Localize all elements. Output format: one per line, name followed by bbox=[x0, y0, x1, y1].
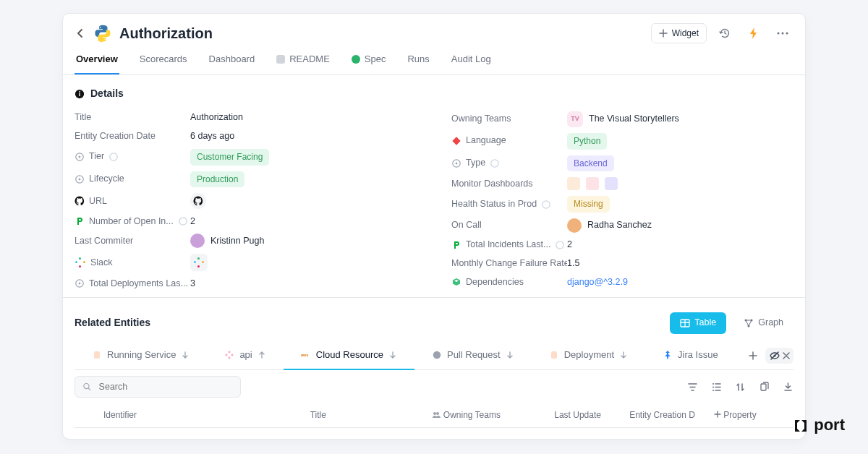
svg-rect-19 bbox=[197, 265, 200, 267]
language-badge: Python bbox=[567, 133, 607, 150]
row-identifier[interactable]: arn:aws:s3:::authorization-bucket bbox=[103, 438, 310, 440]
type-badge: Backend bbox=[567, 155, 614, 172]
tab-runs[interactable]: Runs bbox=[406, 46, 430, 74]
svg-rect-4 bbox=[79, 93, 80, 96]
grafana-icon[interactable] bbox=[567, 177, 580, 190]
help-icon bbox=[109, 152, 119, 162]
health-label: Health Status in Prod bbox=[451, 198, 567, 211]
avatar bbox=[567, 218, 582, 233]
download-icon[interactable] bbox=[783, 382, 793, 393]
created-label: Entity Creation Date bbox=[75, 130, 190, 143]
datadog-icon[interactable] bbox=[605, 177, 618, 190]
enttab-api[interactable]: api bbox=[207, 343, 283, 369]
plus-icon bbox=[659, 29, 668, 38]
svg-point-34 bbox=[433, 351, 441, 359]
diamond-icon bbox=[451, 136, 461, 146]
svg-point-38 bbox=[712, 383, 714, 385]
table-icon bbox=[680, 318, 690, 328]
tier-label: Tier bbox=[75, 150, 190, 163]
back-button[interactable] bbox=[75, 27, 86, 39]
title-value: Authorization bbox=[190, 111, 417, 124]
github-icon bbox=[75, 196, 85, 206]
col-update[interactable]: Last Update bbox=[554, 409, 629, 421]
add-widget-button[interactable]: Widget bbox=[651, 23, 707, 44]
port-wordmark: port bbox=[793, 414, 845, 437]
view-graph-button[interactable]: Graph bbox=[733, 312, 793, 334]
svg-point-26 bbox=[542, 201, 550, 208]
add-tab-button[interactable] bbox=[745, 348, 761, 364]
url-value[interactable] bbox=[190, 193, 206, 209]
service-icon bbox=[92, 350, 102, 360]
health-badge: Missing bbox=[567, 196, 610, 213]
filter-icon[interactable] bbox=[687, 382, 698, 393]
help-icon bbox=[178, 216, 188, 226]
row-title[interactable]: Authorization S3 Bucket bbox=[310, 438, 433, 440]
col-property[interactable]: Property bbox=[714, 409, 793, 421]
tab-spec[interactable]: Spec bbox=[350, 46, 388, 74]
enttab-running-service[interactable]: Running Service bbox=[75, 343, 207, 369]
monitors-value bbox=[567, 177, 793, 190]
svg-point-24 bbox=[456, 163, 458, 165]
port-logo-icon bbox=[793, 418, 809, 434]
slack-value[interactable] bbox=[190, 254, 208, 271]
col-identifier[interactable]: Identifier bbox=[103, 409, 310, 421]
last-committer-value: Kristinn Pugh bbox=[210, 235, 264, 248]
tab-dashboard[interactable]: Dashboard bbox=[208, 46, 257, 74]
url-label: URL bbox=[75, 195, 190, 208]
enttab-cloud-resource[interactable]: aws Cloud Resource bbox=[284, 343, 414, 370]
help-icon bbox=[490, 158, 500, 168]
history-button[interactable] bbox=[714, 22, 736, 44]
deps-link[interactable]: django@^3.2.9 bbox=[567, 276, 628, 289]
svg-point-43 bbox=[436, 412, 439, 415]
svg-point-27 bbox=[556, 241, 563, 249]
title-label: Title bbox=[75, 111, 190, 124]
sort-icon[interactable] bbox=[735, 382, 746, 393]
svg-rect-35 bbox=[551, 351, 557, 359]
svg-rect-16 bbox=[194, 261, 196, 263]
type-label: Type bbox=[451, 157, 567, 170]
arrow-down-icon bbox=[181, 351, 190, 359]
tab-readme[interactable]: README bbox=[275, 46, 331, 74]
tab-overview[interactable]: Overview bbox=[75, 46, 119, 74]
prometheus-icon[interactable] bbox=[586, 177, 599, 190]
eye-off-icon bbox=[769, 350, 780, 361]
col-teams[interactable]: Owning Teams bbox=[432, 409, 554, 421]
copy-icon[interactable] bbox=[759, 382, 770, 393]
open-incidents-value: 2 bbox=[190, 215, 417, 228]
list-icon[interactable] bbox=[711, 382, 722, 393]
svg-point-2 bbox=[786, 33, 788, 35]
page-title: Authorization bbox=[119, 23, 213, 43]
tab-auditlog[interactable]: Audit Log bbox=[450, 46, 493, 74]
row-created: 6 days ago bbox=[629, 438, 714, 440]
enttab-jira[interactable]: Jira Issue bbox=[645, 343, 736, 369]
actions-button[interactable] bbox=[743, 22, 765, 44]
bullet-icon bbox=[75, 278, 85, 288]
enttab-deployment[interactable]: Deployment bbox=[532, 343, 645, 369]
svg-point-5 bbox=[79, 91, 80, 93]
more-button[interactable] bbox=[772, 22, 793, 44]
arrow-down-icon bbox=[619, 351, 628, 359]
readme-icon bbox=[276, 55, 285, 64]
api-icon bbox=[224, 350, 234, 360]
svg-point-1 bbox=[782, 33, 784, 35]
svg-text:aws: aws bbox=[301, 353, 308, 357]
search-input[interactable] bbox=[98, 381, 233, 393]
col-created[interactable]: Entity Creation D bbox=[629, 409, 714, 421]
hidden-pill[interactable] bbox=[765, 348, 793, 364]
details-heading: Details bbox=[75, 82, 793, 108]
enttab-pull-request[interactable]: Pull Request bbox=[414, 343, 532, 369]
tab-scorecards[interactable]: Scorecards bbox=[138, 46, 189, 74]
help-icon bbox=[555, 240, 565, 250]
history-icon bbox=[719, 27, 731, 39]
last-committer-label: Last Commiter bbox=[75, 235, 190, 248]
view-table-button[interactable]: Table bbox=[670, 312, 726, 334]
language-label: Language bbox=[451, 134, 567, 147]
slack-icon bbox=[193, 257, 205, 268]
svg-point-0 bbox=[778, 33, 780, 35]
col-title[interactable]: Title bbox=[310, 409, 433, 421]
bolt-icon bbox=[749, 27, 759, 39]
table-row[interactable]: aws arn:aws:s3:::authorization-bucket Au… bbox=[75, 428, 793, 440]
avatar bbox=[190, 234, 205, 248]
search-box[interactable] bbox=[75, 376, 241, 398]
svg-point-7 bbox=[79, 156, 81, 158]
